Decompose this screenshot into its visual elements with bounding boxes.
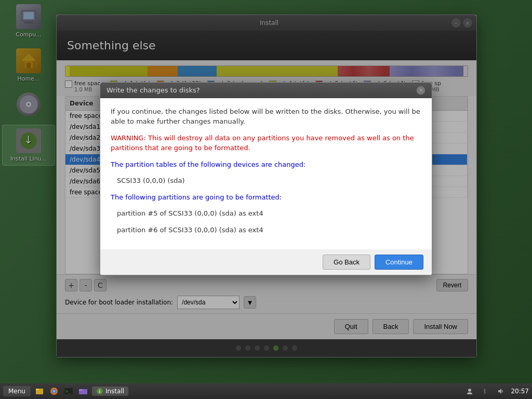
desktop: Compu... Home... [0, 0, 532, 399]
taskbar-install-item[interactable]: ↓ Install [92, 387, 128, 396]
taskbar-firefox-icon[interactable] [48, 385, 60, 397]
dialog-changed-heading: The partition tables of the following de… [111, 159, 421, 170]
taskbar-files-icon[interactable] [34, 385, 45, 397]
dialog-formatted-heading: The following partitions are going to be… [111, 192, 421, 203]
svg-rect-20 [79, 389, 83, 391]
svg-text:↓: ↓ [98, 389, 102, 394]
svg-rect-13 [36, 389, 39, 390]
dialog-formatted-part1: partition #5 of SCSI33 (0,0,0) (sda) as … [111, 208, 421, 219]
go-back-button[interactable]: Go Back [323, 255, 370, 270]
taskbar-bluetooth-icon[interactable]: ᛒ [480, 385, 491, 397]
dialog-paragraph1: If you continue, the changes listed belo… [111, 107, 421, 127]
taskbar-audio-icon[interactable] [495, 385, 507, 397]
taskbar-folder-icon[interactable] [77, 385, 89, 397]
taskbar-menu-button[interactable]: Menu [3, 386, 31, 396]
dialog-body: If you continue, the changes listed belo… [100, 98, 432, 250]
taskbar-install-label: Install [105, 388, 124, 395]
svg-point-23 [468, 389, 471, 392]
dialog-footer: Go Back Continue [100, 249, 432, 275]
svg-text:>_: >_ [65, 389, 71, 394]
taskbar-right: ᛒ 20:57 [464, 385, 529, 397]
taskbar-terminal-icon[interactable]: >_ [63, 385, 74, 397]
continue-button[interactable]: Continue [375, 255, 423, 270]
dialog-warning: WARNING: This will destroy all data on a… [111, 133, 421, 153]
svg-point-16 [53, 390, 55, 392]
dialog-titlebar: Write the changes to disks? × [100, 83, 432, 98]
write-changes-dialog: Write the changes to disks? × If you con… [100, 82, 432, 276]
taskbar: Menu >_ ↓ Install ᛒ 20:57 [0, 383, 532, 399]
dialog-formatted-part2: partition #6 of SCSI33 (0,0,0) (sda) as … [111, 225, 421, 235]
dialog-title: Write the changes to disks? [107, 86, 200, 94]
dialog-changed-device: SCSI33 (0,0,0) (sda) [111, 176, 421, 186]
taskbar-clock: 20:57 [511, 388, 529, 395]
taskbar-user-icon[interactable] [464, 385, 475, 397]
dialog-overlay: Write the changes to disks? × If you con… [0, 0, 532, 399]
svg-text:ᛒ: ᛒ [483, 388, 487, 395]
dialog-close-button[interactable]: × [416, 86, 425, 95]
svg-marker-25 [498, 389, 501, 394]
